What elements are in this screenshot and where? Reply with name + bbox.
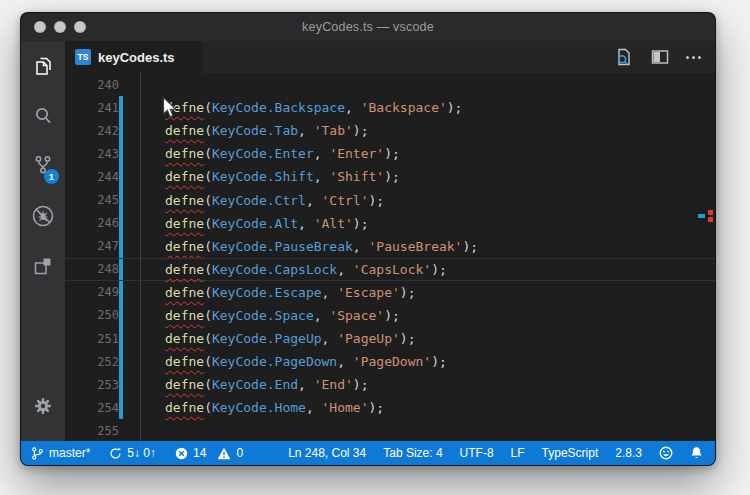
code-line[interactable]: 240 (65, 73, 715, 96)
debug-no-bug-icon (30, 203, 56, 229)
activity-item-extensions[interactable] (21, 241, 65, 291)
code-line[interactable]: 243defne(KeyCode.Enter, 'Enter'); (65, 142, 715, 165)
error-count: 14 (193, 446, 206, 460)
line-number: 242 (65, 124, 119, 138)
modified-line-indicator (119, 327, 123, 350)
code-line[interactable]: 248defne(KeyCode.CapsLock, 'CapsLock'); (65, 258, 715, 281)
modified-line-indicator (119, 212, 123, 235)
code-text: defne(KeyCode.Alt, 'Alt'); (165, 216, 369, 231)
modified-line-indicator (119, 373, 123, 396)
scm-changes-badge: 1 (44, 169, 59, 184)
activity-item-debug[interactable] (21, 191, 65, 241)
files-icon (31, 54, 55, 78)
code-text: defne(KeyCode.CapsLock, 'CapsLock'); (165, 262, 447, 277)
ellipsis-icon (686, 56, 701, 59)
line-number: 255 (65, 424, 119, 438)
code-line[interactable]: 244defne(KeyCode.Shift, 'Shift'); (65, 165, 715, 188)
zoom-window-button[interactable] (74, 21, 86, 33)
code-line[interactable]: 241defne(KeyCode.Backspace, 'Backspace')… (65, 96, 715, 119)
activity-bar: 1 (21, 41, 65, 441)
sync-status[interactable]: 5↓ 0↑ (109, 446, 156, 460)
overview-ruler-error-mark (708, 217, 713, 222)
editor-actions (614, 41, 715, 73)
close-window-button[interactable] (34, 21, 46, 33)
sync-counts: 5↓ 0↑ (127, 446, 156, 460)
language-mode[interactable]: TypeScript (542, 446, 599, 460)
modified-line-indicator (119, 396, 123, 419)
modified-line-indicator (119, 350, 123, 373)
line-number: 253 (65, 378, 119, 392)
code-editor[interactable]: 240241defne(KeyCode.Backspace, 'Backspac… (65, 73, 715, 441)
code-line[interactable]: 247defne(KeyCode.PauseBreak, 'PauseBreak… (65, 235, 715, 258)
search-icon (31, 104, 55, 128)
code-line[interactable]: 253defne(KeyCode.End, 'End'); (65, 373, 715, 396)
line-number: 247 (65, 239, 119, 253)
tab-keycodes-ts[interactable]: TS keyCodes.ts (65, 41, 202, 73)
error-icon (175, 447, 188, 460)
activity-item-search[interactable] (21, 91, 65, 141)
status-bar: master* 5↓ 0↑ 14 (21, 441, 715, 465)
typescript-file-icon: TS (75, 49, 91, 65)
tab-size-indicator[interactable]: Tab Size: 4 (383, 446, 442, 460)
vscode-window: keyCodes.ts — vscode (20, 12, 716, 466)
modified-line-indicator (119, 304, 123, 327)
line-number: 251 (65, 332, 119, 346)
split-editor-icon (650, 47, 670, 67)
code-line[interactable]: 246defne(KeyCode.Alt, 'Alt'); (65, 212, 715, 235)
modified-line-indicator (119, 165, 123, 188)
code-line[interactable]: 251defne(KeyCode.PageUp, 'PageUp'); (65, 327, 715, 350)
modified-line-indicator (119, 259, 123, 280)
code-line[interactable]: 245defne(KeyCode.Ctrl, 'Ctrl'); (65, 188, 715, 211)
window-title: keyCodes.ts — vscode (302, 20, 434, 34)
editor-tab-bar: TS keyCodes.ts (65, 41, 715, 73)
line-number: 249 (65, 285, 119, 299)
encoding-indicator[interactable]: UTF-8 (460, 446, 494, 460)
code-text: defne(KeyCode.Home, 'Home'); (165, 400, 384, 415)
activity-item-explorer[interactable] (21, 41, 65, 91)
overview-ruler-error-mark (708, 210, 713, 215)
typescript-version[interactable]: 2.8.3 (615, 446, 642, 460)
activity-item-source-control[interactable]: 1 (21, 141, 65, 191)
desktop-background: keyCodes.ts — vscode (0, 0, 750, 495)
code-line[interactable]: 249defne(KeyCode.Escape, 'Escape'); (65, 281, 715, 304)
modified-line-indicator (119, 142, 123, 165)
modified-line-indicator (119, 96, 123, 119)
minimize-window-button[interactable] (54, 21, 66, 33)
code-text: defne(KeyCode.Shift, 'Shift'); (165, 169, 400, 184)
find-in-file-button[interactable] (614, 47, 634, 67)
code-text: defne(KeyCode.PauseBreak, 'PauseBreak'); (165, 239, 478, 254)
code-line[interactable]: 254defne(KeyCode.Home, 'Home'); (65, 396, 715, 419)
feedback-button[interactable] (659, 446, 673, 460)
code-text: defne(KeyCode.Space, 'Space'); (165, 308, 400, 323)
code-text: defne(KeyCode.PageDown, 'PageDown'); (165, 354, 447, 369)
sync-icon (109, 447, 122, 460)
warning-icon (217, 447, 231, 460)
smiley-icon (659, 446, 673, 460)
code-line[interactable]: 252defne(KeyCode.PageDown, 'PageDown'); (65, 350, 715, 373)
gear-icon (32, 395, 54, 417)
tab-label: keyCodes.ts (98, 50, 175, 65)
git-branch-status[interactable]: master* (31, 446, 90, 461)
split-editor-button[interactable] (650, 47, 670, 67)
code-text: defne(KeyCode.Escape, 'Escape'); (165, 285, 415, 300)
code-line[interactable]: 250defne(KeyCode.Space, 'Space'); (65, 304, 715, 327)
eol-indicator[interactable]: LF (511, 446, 525, 460)
warning-count: 0 (236, 446, 243, 460)
editor-lines: 240241defne(KeyCode.Backspace, 'Backspac… (65, 73, 715, 441)
window-controls (34, 13, 86, 41)
line-number: 248 (65, 262, 119, 276)
modified-line-indicator (119, 281, 123, 304)
cursor-position[interactable]: Ln 248, Col 34 (288, 446, 366, 460)
more-actions-button[interactable] (686, 56, 701, 59)
line-number: 245 (65, 193, 119, 207)
line-number: 252 (65, 355, 119, 369)
code-line[interactable]: 242defne(KeyCode.Tab, 'Tab'); (65, 119, 715, 142)
activity-item-settings[interactable] (21, 381, 65, 431)
extensions-icon (31, 254, 55, 278)
code-text: defne(KeyCode.End, 'End'); (165, 377, 369, 392)
code-line[interactable]: 255 (65, 419, 715, 441)
notifications-button[interactable] (690, 446, 703, 460)
problems-status[interactable]: 14 0 (175, 446, 243, 460)
title-bar: keyCodes.ts — vscode (21, 13, 715, 41)
branch-label: master* (49, 446, 90, 460)
